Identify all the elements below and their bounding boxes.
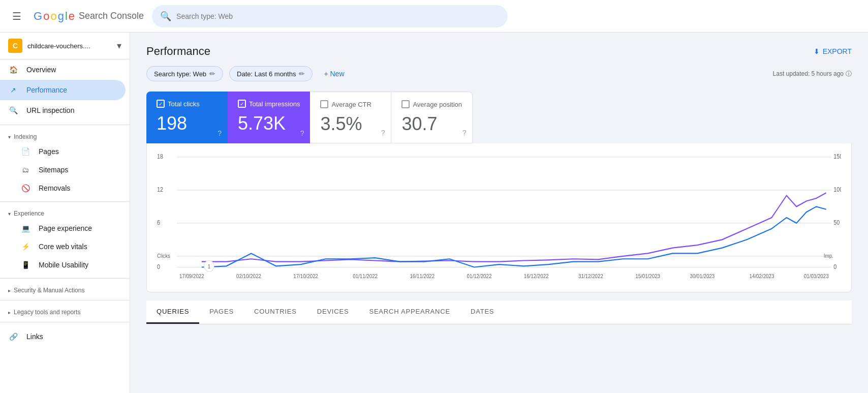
security-section-label: Security & Manual Actions: [14, 287, 84, 294]
property-selector[interactable]: C childcare-vouchers.... ▾: [0, 33, 130, 59]
nav-divider-1: [0, 125, 130, 125]
sidebar-item-label: URL inspection: [26, 106, 74, 114]
svg-text:01/11/2022: 01/11/2022: [353, 274, 378, 280]
position-value: 30.7: [401, 113, 462, 135]
home-icon: 🏠: [8, 65, 18, 75]
new-label: + New: [324, 70, 344, 78]
legacy-section-label: Legacy tools and reports: [14, 309, 80, 316]
sidebar: C childcare-vouchers.... ▾ 🏠 Overview ↗ …: [0, 33, 130, 393]
sidebar-item-page-experience[interactable]: 💻 Page experience: [0, 219, 126, 237]
menu-icon[interactable]: ☰: [8, 6, 25, 26]
nav-divider-2: [0, 201, 130, 202]
search-icon: 🔍: [8, 105, 18, 115]
trending-up-icon: ↗: [8, 85, 18, 95]
sidebar-item-overview[interactable]: 🏠 Overview: [0, 59, 126, 80]
tab-dates[interactable]: DATES: [460, 300, 504, 324]
sidebar-item-links[interactable]: 🔗 Links: [0, 326, 126, 347]
svg-text:02/10/2022: 02/10/2022: [236, 274, 261, 280]
position-label: Average position: [401, 100, 462, 108]
sidebar-item-mobile-usability[interactable]: 📱 Mobile Usability: [0, 256, 126, 274]
new-filter-button[interactable]: + New: [319, 67, 349, 81]
property-name: childcare-vouchers....: [27, 42, 112, 50]
svg-text:Clicks: Clicks: [157, 253, 170, 259]
main-content: Performance ⬇ EXPORT Search type: Web ✏ …: [130, 33, 868, 393]
sidebar-item-url-inspection[interactable]: 🔍 URL inspection: [0, 100, 126, 120]
svg-text:Imp.: Imp.: [824, 253, 833, 259]
tab-countries[interactable]: COUNTRIES: [244, 300, 307, 324]
sidebar-item-removals[interactable]: 🚫 Removals: [0, 179, 126, 197]
logo-l: l: [65, 10, 68, 23]
legacy-section[interactable]: ▸ Legacy tools and reports: [0, 305, 130, 318]
logo-g2: g: [58, 10, 64, 23]
collapse-icon: ▾: [8, 211, 11, 217]
nav-divider-5: [0, 322, 130, 322]
tab-search-appearance[interactable]: SEARCH APPEARANCE: [359, 300, 460, 324]
ctr-checkbox[interactable]: [320, 100, 328, 108]
search-type-filter[interactable]: Search type: Web ✏: [146, 66, 223, 81]
metric-card-clicks[interactable]: ✓ Total clicks 198 ?: [146, 92, 228, 143]
devices-icon: 💻: [20, 223, 30, 233]
sidebar-item-sitemaps[interactable]: 🗂 Sitemaps: [0, 161, 126, 179]
svg-text:17/10/2022: 17/10/2022: [293, 274, 318, 280]
sidebar-sub-label: Page experience: [39, 224, 92, 232]
tab-queries[interactable]: QUERIES: [146, 300, 199, 324]
google-logo: Google Search Console: [34, 10, 144, 23]
date-filter[interactable]: Date: Last 6 months ✏: [229, 66, 313, 81]
position-help-icon[interactable]: ?: [462, 129, 467, 137]
clicks-value: 198: [157, 113, 218, 134]
expand-icon: ▸: [8, 288, 11, 293]
position-checkbox[interactable]: [401, 100, 410, 108]
sidebar-item-core-web-vitals[interactable]: ⚡ Core web vitals: [0, 237, 126, 256]
date-label: Date: Last 6 months: [237, 70, 296, 78]
impressions-help-icon[interactable]: ?: [300, 129, 304, 137]
collapse-icon: ▾: [8, 134, 11, 140]
metric-card-ctr[interactable]: Average CTR 3.5% ?: [310, 92, 391, 143]
sidebar-sub-label: Pages: [39, 147, 59, 156]
svg-text:18: 18: [157, 154, 163, 160]
search-icon: 🔍: [160, 11, 171, 22]
property-icon: C: [8, 39, 22, 53]
impressions-label: ✓ Total impressions: [238, 100, 300, 108]
metric-card-impressions[interactable]: ✓ Total impressions 5.73K ?: [228, 92, 310, 143]
svg-text:16/12/2022: 16/12/2022: [524, 274, 549, 280]
last-updated: Last updated: 5 hours ago ⓘ: [773, 70, 852, 78]
svg-text:30/01/2023: 30/01/2023: [690, 274, 715, 280]
clicks-help-icon[interactable]: ?: [218, 129, 222, 137]
metric-card-position[interactable]: Average position 30.7 ?: [391, 92, 473, 143]
svg-text:16/11/2022: 16/11/2022: [410, 274, 435, 280]
ctr-value: 3.5%: [320, 113, 381, 135]
svg-text:100: 100: [833, 187, 841, 193]
app-title: Search Console: [79, 11, 144, 21]
logo-o2: o: [50, 10, 56, 23]
experience-section[interactable]: ▾ Experience: [0, 206, 130, 219]
layout: C childcare-vouchers.... ▾ 🏠 Overview ↗ …: [0, 33, 868, 393]
search-input[interactable]: [176, 12, 500, 20]
tab-devices[interactable]: DEVICES: [307, 300, 359, 324]
page-title: Performance: [146, 45, 210, 58]
svg-text:14/02/2023: 14/02/2023: [750, 274, 774, 280]
filter-bar: Search type: Web ✏ Date: Last 6 months ✏…: [146, 66, 852, 81]
chart-svg: 18 12 6 0 Clicks 150 100 50 0 Imp.: [157, 152, 841, 284]
search-bar[interactable]: 🔍: [152, 5, 508, 27]
svg-text:12: 12: [157, 187, 163, 193]
tab-pages[interactable]: PAGES: [199, 300, 244, 324]
speed-icon: ⚡: [20, 241, 30, 252]
indexing-section[interactable]: ▾ Indexing: [0, 129, 130, 142]
download-icon: ⬇: [814, 47, 820, 55]
svg-text:50: 50: [833, 220, 840, 226]
topbar: ☰ Google Search Console 🔍: [0, 0, 868, 33]
sitemap-icon: 🗂: [20, 165, 30, 175]
impressions-checkbox[interactable]: ✓: [238, 100, 246, 108]
svg-text:17/09/2022: 17/09/2022: [179, 274, 204, 280]
export-button[interactable]: ⬇ EXPORT: [814, 47, 852, 55]
sidebar-item-label: Performance: [26, 86, 67, 94]
security-section[interactable]: ▸ Security & Manual Actions: [0, 283, 130, 296]
ctr-help-icon[interactable]: ?: [381, 129, 385, 137]
svg-text:150: 150: [833, 154, 841, 160]
clicks-checkbox[interactable]: ✓: [157, 100, 165, 108]
search-type-label: Search type: Web: [154, 70, 206, 78]
sidebar-item-performance[interactable]: ↗ Performance: [0, 80, 126, 100]
sidebar-item-pages[interactable]: 📄 Pages: [0, 142, 126, 161]
svg-text:0: 0: [833, 263, 836, 270]
svg-text:31/12/2022: 31/12/2022: [578, 274, 603, 280]
